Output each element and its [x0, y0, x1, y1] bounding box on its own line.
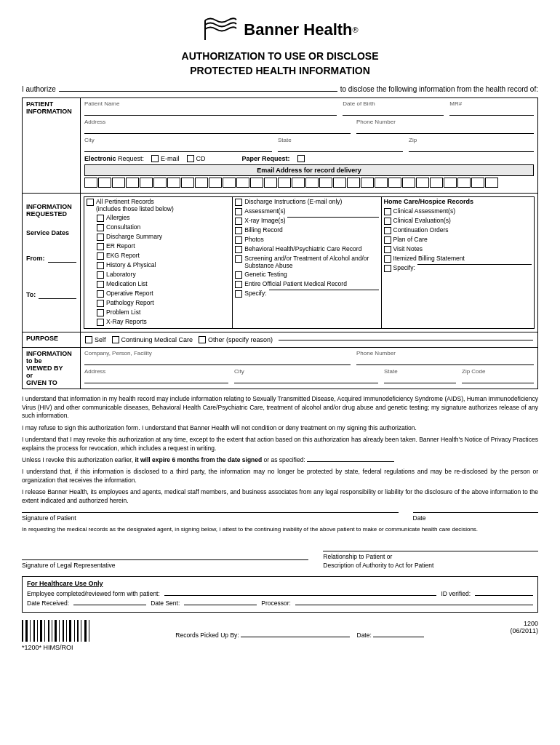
patient-sig-line[interactable]	[22, 512, 399, 513]
email-box-17[interactable]	[305, 178, 319, 188]
email-box-7[interactable]	[167, 178, 180, 188]
email-box-30[interactable]	[485, 178, 498, 188]
allergies-checkbox[interactable]	[97, 215, 104, 222]
phone-input[interactable]	[356, 126, 534, 134]
email-box-3[interactable]	[112, 178, 125, 188]
email-checkbox[interactable]	[151, 155, 159, 162]
zip2-input[interactable]	[462, 375, 534, 383]
genetic-checkbox[interactable]	[235, 271, 242, 279]
email-box-24[interactable]	[402, 178, 415, 188]
entire-record-checkbox[interactable]	[235, 281, 242, 288]
dob-input[interactable]	[343, 108, 444, 116]
id-verified-line[interactable]	[475, 595, 533, 596]
email-box-14[interactable]	[264, 178, 277, 188]
assessments-checkbox[interactable]	[235, 208, 242, 215]
all-pertinent-checkbox[interactable]	[87, 199, 94, 206]
email-box-1[interactable]	[84, 178, 97, 188]
xray-reports-checkbox[interactable]	[97, 319, 104, 326]
email-box-5[interactable]	[140, 178, 153, 188]
email-box-20[interactable]	[347, 178, 360, 188]
company-input[interactable]	[84, 357, 351, 365]
vb-phone-input[interactable]	[356, 357, 534, 365]
clinical-assessment-checkbox[interactable]	[384, 208, 391, 215]
city2-input[interactable]	[234, 375, 378, 383]
state2-input[interactable]	[384, 375, 456, 383]
body-para-3: I understand that I may revoke this auth…	[22, 436, 538, 453]
email-box-27[interactable]	[444, 178, 457, 188]
xray-images-checkbox[interactable]	[235, 218, 242, 225]
legal-sig-line[interactable]	[22, 559, 308, 560]
expire-specify-line[interactable]	[307, 461, 394, 462]
email-box-8[interactable]	[181, 178, 194, 188]
specify-hc-checkbox[interactable]	[384, 265, 391, 272]
employee-line[interactable]	[164, 595, 437, 596]
email-box-26[interactable]	[430, 178, 443, 188]
email-box-12[interactable]	[236, 178, 249, 188]
email-box-18[interactable]	[319, 178, 332, 188]
email-box-4[interactable]	[126, 178, 139, 188]
patient-name-input[interactable]	[84, 108, 337, 116]
discharge-summary-checkbox[interactable]	[97, 234, 104, 241]
self-checkbox-label[interactable]: Self	[85, 336, 106, 343]
pickup-line[interactable]	[241, 637, 350, 637]
self-checkbox[interactable]	[85, 336, 92, 343]
consultation-checkbox[interactable]	[97, 224, 104, 231]
authorize-input-line[interactable]	[59, 91, 337, 92]
laboratory-checkbox[interactable]	[97, 271, 104, 279]
relationship-line[interactable]	[323, 541, 538, 551]
problem-list-checkbox[interactable]	[97, 309, 104, 316]
city-input[interactable]	[84, 144, 272, 152]
zip-input[interactable]	[409, 144, 534, 152]
email-box-23[interactable]	[388, 178, 401, 188]
ekg-checkbox[interactable]	[97, 252, 104, 260]
continuing-care-checkbox-label[interactable]: Continuing Medical Care	[112, 336, 193, 343]
email-box-2[interactable]	[98, 178, 111, 188]
continuing-care-checkbox[interactable]	[112, 336, 119, 343]
processor-line[interactable]	[295, 605, 533, 605]
continuation-checkbox[interactable]	[384, 227, 391, 234]
date-received-line[interactable]	[73, 605, 146, 605]
discharge-instructions-checkbox[interactable]	[235, 199, 242, 206]
other-checkbox[interactable]	[199, 336, 206, 343]
visit-notes-checkbox[interactable]	[384, 246, 391, 253]
specify-checkbox[interactable]	[235, 290, 242, 298]
plan-of-care-checkbox[interactable]	[384, 236, 391, 244]
behavioral-checkbox[interactable]	[235, 246, 242, 253]
mr-input[interactable]	[449, 108, 534, 116]
address2-input[interactable]	[84, 375, 228, 383]
purpose-options: Self Continuing Medical Care Other (spec…	[85, 336, 533, 343]
screening-checkbox[interactable]	[235, 255, 242, 263]
email-box-25[interactable]	[416, 178, 429, 188]
email-box-28[interactable]	[457, 178, 471, 188]
er-report-checkbox[interactable]	[97, 243, 104, 250]
email-box-16[interactable]	[292, 178, 305, 188]
email-box-11[interactable]	[223, 178, 236, 188]
medication-checkbox[interactable]	[97, 281, 104, 288]
email-box-15[interactable]	[278, 178, 291, 188]
other-checkbox-label[interactable]: Other (specify reason)	[199, 336, 273, 343]
cd-checkbox[interactable]	[187, 155, 194, 162]
email-box-21[interactable]	[361, 178, 374, 188]
operative-checkbox[interactable]	[97, 290, 104, 298]
itemized-billing-checkbox[interactable]	[384, 255, 391, 263]
history-checkbox[interactable]	[97, 262, 104, 269]
state-input[interactable]	[278, 144, 403, 152]
cd-checkbox-label[interactable]: CD	[187, 155, 206, 162]
email-box-22[interactable]	[375, 178, 388, 188]
pickup-date-line[interactable]	[373, 637, 424, 637]
billing-checkbox[interactable]	[235, 227, 242, 234]
paper-checkbox[interactable]	[297, 155, 305, 162]
email-box-13[interactable]	[250, 178, 263, 188]
clinical-eval-checkbox[interactable]	[384, 218, 391, 225]
email-box-10[interactable]	[209, 178, 222, 188]
email-box-9[interactable]	[195, 178, 208, 188]
email-box-6[interactable]	[153, 178, 167, 188]
sig-date-line[interactable]	[413, 512, 539, 513]
email-box-29[interactable]	[471, 178, 484, 188]
email-box-19[interactable]	[333, 178, 346, 188]
pathology-checkbox[interactable]	[97, 300, 104, 307]
address-input[interactable]	[84, 126, 351, 134]
date-sent-line[interactable]	[184, 605, 257, 605]
email-checkbox-label[interactable]: E-mail	[151, 155, 180, 162]
photos-checkbox[interactable]	[235, 236, 242, 244]
